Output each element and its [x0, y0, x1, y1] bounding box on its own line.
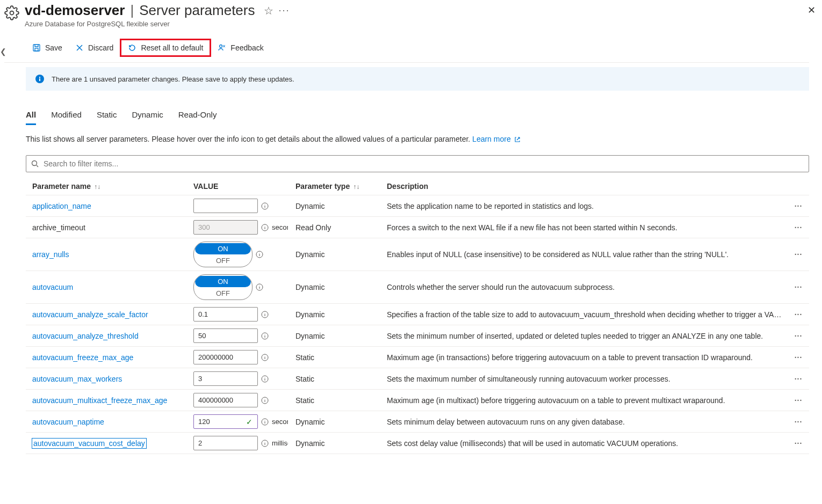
value-input[interactable] [193, 414, 258, 429]
param-type: Static [295, 353, 387, 362]
info-circle-icon[interactable] [261, 224, 269, 231]
row-more-menu[interactable]: ··· [788, 396, 809, 405]
value-toggle[interactable]: ONOFF [193, 242, 253, 267]
unit-label: seconds [272, 418, 288, 426]
param-name-link[interactable]: autovacuum_vacuum_cost_delay [32, 439, 146, 448]
row-more-menu[interactable]: ··· [788, 202, 809, 210]
param-type: Read Only [295, 223, 387, 232]
row-more-menu[interactable]: ··· [788, 332, 809, 340]
table-row: array_nulls ONOFF Dynamic Enables input … [26, 238, 809, 271]
value-input[interactable] [193, 307, 258, 322]
gear-icon [4, 5, 19, 20]
row-more-menu[interactable]: ··· [788, 353, 809, 362]
parameters-table: Parameter name↑↓ VALUE Parameter type↑↓ … [26, 176, 809, 454]
unsaved-changes-banner: There are 1 unsaved parameter changes. P… [26, 67, 809, 91]
param-description: Sets minimum delay between autovacuum ru… [387, 418, 788, 426]
info-circle-icon[interactable] [261, 440, 269, 447]
tab-all[interactable]: All [26, 110, 36, 125]
server-name: vd-demoserver [25, 2, 125, 19]
unit-label: milliseconds [272, 439, 288, 447]
info-circle-icon[interactable] [256, 283, 263, 291]
param-description: Controls whether the server should run t… [387, 283, 788, 291]
info-circle-icon[interactable] [256, 251, 263, 258]
param-description: Sets the maximum number of simultaneousl… [387, 375, 788, 383]
value-input[interactable] [193, 328, 258, 343]
value-toggle[interactable]: ONOFF [193, 274, 253, 300]
info-icon [35, 75, 44, 83]
value-input[interactable] [193, 199, 258, 213]
page-title: Server parameters [139, 2, 255, 19]
param-name-link[interactable]: autovacuum_max_workers [32, 375, 122, 383]
tab-modified[interactable]: Modified [51, 110, 82, 125]
param-description: Sets the application name to be reported… [387, 202, 788, 210]
save-icon [32, 43, 41, 52]
info-circle-icon[interactable] [261, 354, 269, 361]
param-description: Sets the minimum number of inserted, upd… [387, 332, 788, 340]
col-type[interactable]: Parameter type↑↓ [295, 182, 387, 191]
param-description: Enables input of NULL (case insensitive)… [387, 250, 788, 259]
svg-rect-5 [39, 78, 40, 81]
more-menu-icon[interactable]: ··· [279, 5, 290, 16]
info-circle-icon[interactable] [261, 397, 269, 404]
reset-all-button[interactable]: Reset all to default [121, 41, 210, 54]
discard-button[interactable]: Discard [69, 41, 120, 54]
table-row: autovacuum_analyze_threshold Dynamic Set… [26, 325, 809, 347]
reset-icon [128, 43, 136, 52]
col-name[interactable]: Parameter name↑↓ [32, 182, 193, 191]
value-input[interactable] [193, 393, 258, 407]
param-name-link[interactable]: autovacuum [32, 283, 73, 291]
value-input[interactable] [193, 371, 258, 386]
row-more-menu[interactable]: ··· [788, 223, 809, 232]
learn-more-link[interactable]: Learn more [472, 135, 511, 143]
save-button[interactable]: Save [26, 41, 69, 54]
table-row: autovacuum ONOFF Dynamic Controls whethe… [26, 271, 809, 304]
info-circle-icon[interactable] [261, 375, 269, 383]
value-input [193, 220, 258, 235]
tab-dynamic[interactable]: Dynamic [132, 110, 163, 125]
helper-text: This list shows all server parameters. P… [26, 135, 809, 143]
discard-icon [75, 43, 84, 52]
param-type: Dynamic [295, 283, 387, 291]
param-type: Dynamic [295, 250, 387, 259]
param-name-link[interactable]: array_nulls [32, 250, 69, 259]
row-more-menu[interactable]: ··· [788, 310, 809, 319]
unit-label: seconds [272, 223, 288, 231]
param-name-link[interactable]: autovacuum_naptime [32, 418, 104, 426]
command-bar: Save Discard Reset all to default Feedba… [4, 39, 809, 63]
param-name-link[interactable]: application_name [32, 202, 91, 210]
reset-highlight: Reset all to default [120, 39, 211, 57]
param-type: Dynamic [295, 332, 387, 340]
value-input[interactable] [193, 350, 258, 364]
info-circle-icon[interactable] [261, 332, 269, 340]
svg-rect-2 [35, 48, 38, 51]
info-circle-icon[interactable] [261, 311, 269, 318]
row-more-menu[interactable]: ··· [788, 250, 809, 259]
feedback-button[interactable]: Feedback [211, 41, 270, 54]
tab-static[interactable]: Static [97, 110, 117, 125]
search-input[interactable] [26, 155, 809, 172]
back-chevron-icon[interactable]: ❮ [0, 47, 6, 56]
param-name-link[interactable]: autovacuum_analyze_scale_factor [32, 310, 148, 319]
param-name-link[interactable]: autovacuum_analyze_threshold [32, 332, 139, 340]
param-name-link[interactable]: autovacuum_freeze_max_age [32, 353, 133, 362]
param-type: Dynamic [295, 439, 387, 448]
notice-text: There are 1 unsaved parameter changes. P… [52, 75, 294, 83]
row-more-menu[interactable]: ··· [788, 418, 809, 426]
row-more-menu[interactable]: ··· [788, 439, 809, 448]
info-circle-icon[interactable] [261, 418, 269, 426]
value-input[interactable] [193, 436, 258, 450]
param-name-link[interactable]: autovacuum_multixact_freeze_max_age [32, 396, 167, 405]
favorite-star-icon[interactable]: ☆ [264, 4, 273, 17]
param-type: Dynamic [295, 202, 387, 210]
title-separator: | [130, 2, 134, 19]
close-button[interactable]: ✕ [807, 4, 816, 16]
table-row: autovacuum_analyze_scale_factor Dynamic … [26, 304, 809, 325]
tab-readonly[interactable]: Read-Only [178, 110, 217, 125]
param-description: Specifies a fraction of the table size t… [387, 310, 788, 319]
table-row: autovacuum_multixact_freeze_max_age Stat… [26, 390, 809, 411]
reset-label: Reset all to default [141, 43, 203, 52]
row-more-menu[interactable]: ··· [788, 283, 809, 291]
info-circle-icon[interactable] [261, 202, 269, 210]
sort-icon: ↑↓ [94, 183, 100, 191]
row-more-menu[interactable]: ··· [788, 375, 809, 383]
